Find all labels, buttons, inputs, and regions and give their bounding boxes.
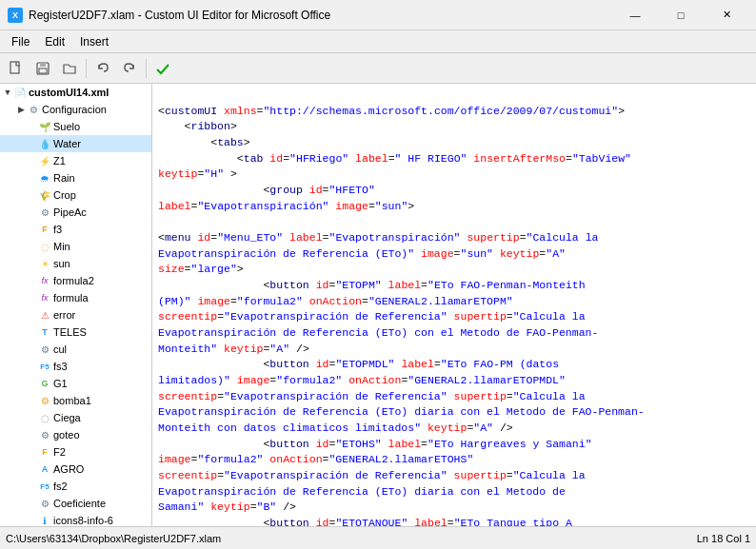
ciega-expand-icon: ▶	[27, 412, 38, 423]
tree-item-icons8info6[interactable]: ▶ ℹ icons8-info-6	[0, 512, 151, 526]
tree-label-crop: Crop	[53, 189, 76, 201]
tree-label-coeficiente: Coeficiente	[53, 498, 106, 509]
tree-item-error[interactable]: ▶ ⚠ error	[0, 306, 151, 324]
tree-label-error: error	[53, 309, 75, 321]
tree-item-agro[interactable]: ▶ A AGRO	[0, 461, 151, 478]
title-bar-left: X RegisterU2DF7.xlam - Custom UI Editor …	[8, 8, 330, 23]
svg-rect-3	[39, 69, 47, 73]
svg-rect-0	[10, 62, 19, 73]
agro-icon: A	[38, 462, 51, 476]
water-icon: 💧	[38, 137, 51, 150]
coeficiente-icon: ⚙	[38, 497, 51, 510]
tree-item-sun[interactable]: ▶ ☀ sun	[0, 255, 151, 272]
formula2-icon: fx	[38, 274, 51, 287]
error-expand-icon: ▶	[27, 309, 38, 321]
tree-item-suelo[interactable]: ▶ 🌱 Suelo	[0, 118, 151, 135]
tree-item-z1[interactable]: ▶ ⚡ Z1	[0, 152, 151, 169]
toolbar-separator-1	[86, 59, 87, 78]
bomba1-expand-icon: ▶	[27, 395, 38, 406]
pipeac-icon: ⚙	[38, 206, 51, 219]
tree-label-agro: AGRO	[53, 463, 84, 475]
tree-item-teles[interactable]: ▶ T TELES	[0, 324, 151, 341]
svg-rect-2	[40, 63, 46, 67]
undo-button[interactable]	[90, 57, 115, 80]
fs2-expand-icon: ▶	[27, 480, 38, 492]
code-editor[interactable]: <customUI xmlns="http://schemas.microsof…	[152, 84, 756, 526]
tree-item-formula2[interactable]: ▶ fx formula2	[0, 272, 151, 289]
tree-item-goteo[interactable]: ▶ ⚙ goteo	[0, 426, 151, 443]
f2-expand-icon: ▶	[27, 446, 38, 458]
teles-expand-icon: ▶	[27, 326, 38, 338]
icons8info6-expand-icon: ▶	[27, 515, 38, 526]
tree-item-water[interactable]: ▶ 💧 Water	[0, 135, 151, 152]
fs2-icon: F5	[38, 480, 51, 493]
new-button[interactable]	[4, 57, 29, 80]
root-icon: 📄	[13, 86, 27, 99]
tree-item-bomba1[interactable]: ▶ ⚙ bomba1	[0, 392, 151, 409]
teles-icon: T	[38, 325, 51, 339]
editor-area: <customUI xmlns="http://schemas.microsof…	[152, 84, 756, 526]
tree-item-rain[interactable]: ▶ 🌧 Rain	[0, 169, 151, 186]
rain-expand-icon: ▶	[27, 172, 38, 184]
g1-expand-icon: ▶	[27, 378, 38, 389]
sun-icon: ☀	[38, 257, 51, 270]
close-button[interactable]: ✕	[705, 0, 748, 30]
tree-label-f3: f3	[53, 224, 62, 235]
error-icon: ⚠	[38, 308, 51, 322]
minimize-button[interactable]: —	[613, 0, 657, 30]
tree-item-fs3[interactable]: ▶ F5 fs3	[0, 358, 151, 375]
tree-label-water: Water	[53, 138, 81, 149]
f3-icon: F	[38, 223, 51, 236]
tree-item-fs2[interactable]: ▶ F5 fs2	[0, 478, 151, 495]
coeficiente-expand-icon: ▶	[27, 498, 38, 509]
menu-insert[interactable]: Insert	[72, 33, 116, 50]
tree-item-crop[interactable]: ▶ 🌾 Crop	[0, 186, 151, 204]
fs3-icon: F5	[38, 360, 51, 373]
window-title: RegisterU2DF7.xlam - Custom UI Editor fo…	[29, 9, 330, 22]
rain-icon: 🌧	[38, 171, 51, 185]
tree-item-configuracion[interactable]: ▶ ⚙ Configuracion	[0, 101, 151, 118]
goteo-expand-icon: ▶	[27, 429, 38, 441]
tree-item-f2[interactable]: ▶ F F2	[0, 443, 151, 461]
tree-label-cul: cul	[53, 343, 67, 355]
window-controls: — □ ✕	[613, 0, 748, 30]
tree-item-pipeac[interactable]: ▶ ⚙ PipeAc	[0, 204, 151, 221]
tree-item-cul[interactable]: ▶ ⚙ cul	[0, 341, 151, 358]
f2-icon: F	[38, 445, 51, 459]
tree-item-min[interactable]: ▶ ◌ Min	[0, 238, 151, 255]
f3-expand-icon: ▶	[27, 224, 38, 235]
tree-root[interactable]: ▼ 📄 customUI14.xml	[0, 84, 151, 101]
tree-label-sun: sun	[53, 258, 70, 269]
redo-button[interactable]	[117, 57, 142, 80]
configuracion-expand-icon[interactable]: ▶	[15, 104, 27, 115]
root-expand-icon[interactable]: ▼	[2, 87, 13, 98]
menu-edit[interactable]: Edit	[37, 33, 72, 50]
tree-item-ciega[interactable]: ▶ ◌ Ciega	[0, 409, 151, 426]
min-icon: ◌	[38, 240, 51, 253]
tree-item-formula[interactable]: ▶ fx formula	[0, 289, 151, 306]
formula-expand-icon: ▶	[27, 292, 38, 304]
suelo-icon: 🌱	[38, 120, 51, 133]
tree-label-f2: F2	[53, 446, 66, 458]
g1-icon: G	[38, 377, 51, 390]
tree-item-g1[interactable]: ▶ G G1	[0, 375, 151, 392]
tree-item-f3[interactable]: ▶ F f3	[0, 221, 151, 238]
validate-button[interactable]	[150, 57, 175, 80]
tree-label-bomba1: bomba1	[53, 395, 91, 406]
suelo-expand-icon: ▶	[27, 121, 38, 132]
tree-label-formula2: formula2	[53, 275, 94, 286]
configuracion-icon: ⚙	[27, 103, 40, 116]
cul-icon: ⚙	[38, 343, 51, 356]
tree-item-coeficiente[interactable]: ▶ ⚙ Coeficiente	[0, 495, 151, 512]
pipeac-expand-icon: ▶	[27, 206, 38, 218]
bomba1-icon: ⚙	[38, 394, 51, 407]
tree-root-label: customUI14.xml	[29, 87, 109, 98]
tree-label-ciega: Ciega	[53, 412, 81, 423]
save-button[interactable]	[30, 57, 55, 80]
main-content: ▼ 📄 customUI14.xml ▶ ⚙ Configuracion ▶ 🌱…	[0, 84, 756, 526]
maximize-button[interactable]: □	[659, 0, 703, 30]
menu-file[interactable]: File	[4, 33, 37, 50]
cursor-position: Ln 18 Col 1	[697, 533, 750, 544]
open-button[interactable]	[57, 57, 82, 80]
cul-expand-icon: ▶	[27, 343, 38, 355]
